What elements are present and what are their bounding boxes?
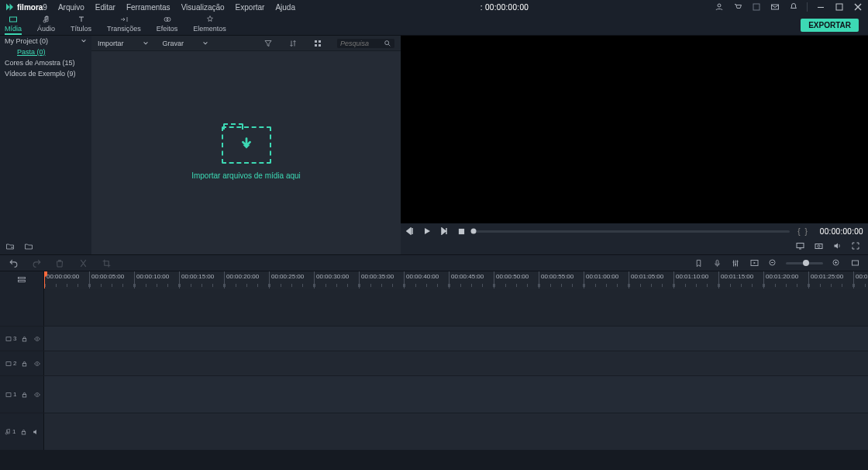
lock-icon[interactable] (21, 391, 28, 399)
playhead[interactable] (44, 271, 45, 289)
video-track-1[interactable]: 1 (0, 375, 868, 413)
preview-panel: { } 00:00:00:00 (401, 36, 868, 254)
track-1-lane[interactable] (44, 376, 868, 413)
importar-dropdown[interactable]: Importar (98, 40, 149, 47)
minimize-icon[interactable] (815, 2, 826, 12)
tab-audio[interactable]: Áudio (37, 15, 55, 35)
menu-editar[interactable]: Editar (95, 3, 115, 12)
cart-icon[interactable] (732, 2, 743, 12)
mixer-icon[interactable] (730, 257, 741, 268)
video-track-3[interactable]: 3 (0, 326, 868, 351)
gravar-dropdown[interactable]: Gravar (163, 40, 209, 47)
tool-tabs: Mídia Áudio Títulos Transições Efeitos E… (0, 14, 868, 36)
redo-icon[interactable] (31, 257, 42, 268)
close-icon[interactable] (852, 2, 863, 12)
sort-icon[interactable] (288, 38, 298, 49)
play-icon[interactable] (422, 226, 432, 236)
export-button[interactable]: EXPORTAR (801, 19, 859, 32)
mail-icon[interactable] (770, 2, 780, 12)
svg-point-19 (735, 264, 736, 265)
search-input[interactable] (340, 40, 381, 47)
eye-icon[interactable] (33, 336, 42, 342)
progress-bar[interactable] (474, 230, 790, 233)
audio-1-lane[interactable] (44, 413, 868, 450)
step-back-icon[interactable] (405, 226, 415, 236)
snapshot-icon[interactable] (814, 241, 825, 252)
time-ruler[interactable]: 00:00:00:0000:00:05:0000:00:10:0000:00:1… (44, 271, 868, 289)
svg-rect-28 (23, 338, 27, 340)
zoom-out-icon[interactable] (767, 257, 778, 268)
ruler-segment: 00:00:20:00 (224, 271, 269, 289)
video-viewport[interactable] (401, 36, 868, 223)
notifications-icon[interactable] (788, 2, 799, 12)
volume-icon[interactable] (832, 241, 843, 252)
tab-efeitos[interactable]: Efeitos (157, 15, 178, 35)
grid-view-icon[interactable] (312, 38, 323, 49)
tab-midia[interactable]: Mídia (5, 15, 22, 35)
step-forward-icon[interactable] (439, 226, 449, 236)
svg-rect-5 (10, 17, 17, 22)
lock-icon[interactable] (21, 335, 28, 343)
menu-arquivo[interactable]: Arquivo (58, 3, 84, 12)
delete-folder-icon[interactable] (23, 242, 34, 251)
record-vo-icon[interactable] (711, 257, 722, 268)
tab-titulos-label: Títulos (71, 25, 91, 33)
menu-ajuda[interactable]: Ajuda (275, 3, 295, 12)
account-icon[interactable] (714, 2, 725, 12)
folder-pasta[interactable]: Pasta (0) (0, 47, 91, 57)
new-folder-icon[interactable] (5, 242, 16, 251)
undo-icon[interactable] (8, 257, 19, 268)
track-2-lane[interactable] (44, 351, 868, 375)
ruler-segment: 00:01:30:00 (853, 271, 868, 289)
ruler-head[interactable] (0, 271, 44, 289)
fullscreen-icon[interactable] (851, 241, 862, 252)
svg-rect-1 (753, 4, 760, 10)
search-icon (384, 40, 391, 47)
delete-icon[interactable] (54, 257, 65, 268)
save-icon[interactable] (751, 2, 762, 12)
track-3-label: 3 (5, 335, 16, 342)
drop-folder-icon (222, 126, 271, 164)
svg-rect-10 (315, 44, 317, 47)
zoom-in-icon[interactable] (831, 257, 842, 268)
filter-icon[interactable] (263, 38, 274, 49)
media-drop-zone[interactable]: Importar arquivos de mídia aqui (91, 51, 401, 254)
crop-icon[interactable] (101, 257, 112, 268)
folder-videos[interactable]: Vídeos de Exemplo (9) (0, 68, 91, 79)
svg-rect-13 (458, 228, 463, 233)
menu-exportar[interactable]: Exportar (236, 3, 265, 12)
ruler-row: 00:00:00:0000:00:05:0000:00:10:0000:00:1… (0, 271, 868, 289)
eye-icon[interactable] (33, 392, 42, 398)
app-name: filmora9 (17, 3, 47, 12)
ruler-segment: 00:00:30:00 (314, 271, 359, 289)
marker-icon[interactable] (693, 257, 704, 268)
search-box[interactable] (337, 39, 394, 48)
mark-in-icon[interactable]: { (797, 227, 800, 236)
video-track-2[interactable]: 2 (0, 351, 868, 375)
audio-track-1[interactable]: 1 (0, 413, 868, 450)
menu-ferramentas[interactable]: Ferramentas (126, 3, 170, 12)
mark-in-out: { } (797, 227, 808, 236)
split-icon[interactable] (78, 257, 88, 268)
zoom-fit-icon[interactable] (849, 257, 860, 268)
folder-cores[interactable]: Cores de Amostra (15) (0, 57, 91, 68)
lock-icon[interactable] (20, 428, 27, 436)
lock-icon[interactable] (21, 360, 28, 368)
maximize-icon[interactable] (834, 2, 845, 12)
tab-elementos[interactable]: Elementos (193, 15, 226, 35)
track-1-head: 1 (0, 376, 44, 413)
tab-titulos[interactable]: Títulos (71, 15, 91, 35)
mark-out-icon[interactable]: } (805, 227, 808, 236)
render-icon[interactable] (749, 257, 760, 268)
tab-midia-label: Mídia (5, 25, 22, 33)
ruler-segment: 00:00:40:00 (404, 271, 449, 289)
track-3-lane[interactable] (44, 327, 868, 351)
stop-icon[interactable] (456, 226, 466, 236)
folder-my-project[interactable]: My Project (0) (0, 36, 91, 47)
tab-transicoes[interactable]: Transições (107, 15, 141, 35)
zoom-slider[interactable] (786, 262, 823, 264)
eye-icon[interactable] (33, 361, 42, 367)
menu-visualizacao[interactable]: Visualização (181, 3, 225, 12)
display-icon[interactable] (795, 241, 806, 252)
mute-icon[interactable] (32, 428, 40, 436)
